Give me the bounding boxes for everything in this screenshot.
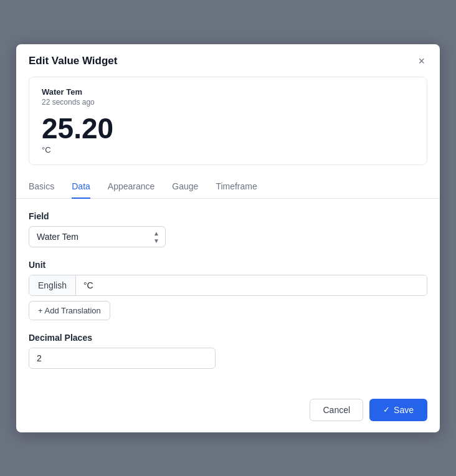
unit-label: Unit [29,260,427,270]
modal-title: Edit Value Widget [29,55,117,67]
unit-input[interactable] [76,275,427,295]
edit-widget-modal: Edit Value Widget × Water Tem 22 seconds… [16,44,440,432]
preview-value: 25.20 [42,114,414,143]
decimal-label: Decimal Places [29,333,427,343]
field-group: Field Water Tem ▲ ▼ [29,211,427,247]
unit-language-tag: English [29,275,76,295]
preview-label: Water Tem [42,87,414,97]
preview-time: 22 seconds ago [42,98,414,107]
tab-bar: Basics Data Appearance Gauge Timeframe [16,175,440,199]
modal-header: Edit Value Widget × [16,44,440,77]
cancel-button[interactable]: Cancel [310,399,363,421]
preview-card: Water Tem 22 seconds ago 25.20 °C [29,77,427,165]
tab-data[interactable]: Data [72,175,90,199]
unit-row: English [29,275,427,296]
tab-appearance[interactable]: Appearance [108,175,155,199]
preview-unit: °C [42,145,414,155]
unit-group: Unit English + Add Translation [29,260,427,320]
modal-footer: Cancel ✓ Save [16,391,440,432]
check-icon: ✓ [383,405,390,414]
field-select[interactable]: Water Tem [29,226,166,247]
decimal-input[interactable] [29,348,216,369]
form-body: Field Water Tem ▲ ▼ Unit English + Add T… [16,199,440,391]
field-select-wrapper: Water Tem ▲ ▼ [29,226,166,247]
field-label: Field [29,211,427,221]
decimal-group: Decimal Places [29,333,427,369]
close-button[interactable]: × [416,54,427,68]
save-button[interactable]: ✓ Save [369,399,427,421]
tab-timeframe[interactable]: Timeframe [216,175,257,199]
tab-basics[interactable]: Basics [29,175,54,199]
save-label: Save [394,405,414,415]
tab-gauge[interactable]: Gauge [172,175,198,199]
add-translation-button[interactable]: + Add Translation [29,301,110,320]
